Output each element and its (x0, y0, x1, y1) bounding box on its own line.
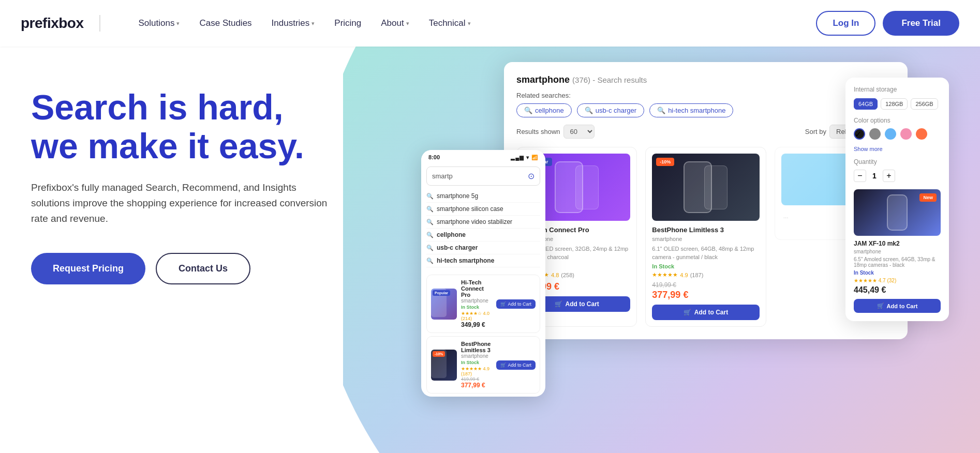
mobile-product-price: 349,99 € (461, 321, 492, 328)
filter-product-desc: 6.5" Amoled screen, 64GB, 33mp & 18mp ca… (854, 256, 941, 268)
show-more-link[interactable]: Show more (854, 146, 941, 152)
quantity-control: − 1 + (854, 170, 941, 182)
mobile-mockup-card: 8:00 ▂▄▆ ▾ 📶 smartp ⊙ 🔍 smartphone 5g 🔍 … (421, 150, 545, 397)
mobile-suggestion-item[interactable]: 🔍 smartphone silicon case (426, 203, 540, 216)
quantity-increase-button[interactable]: + (883, 170, 895, 182)
nav-item-technical[interactable]: Technical ▾ (422, 14, 478, 33)
add-to-cart-button[interactable]: 🛒 Add to Cart (652, 305, 759, 320)
filter-add-to-cart-button[interactable]: 🛒 Add to Cart (854, 299, 941, 313)
mobile-search-query: smartp (432, 172, 453, 180)
filter-product-image: New (854, 189, 941, 236)
sale-badge: -10% (433, 351, 445, 357)
mobile-product-info: BestPhone Limitless 3 smartphone In Stoc… (461, 341, 492, 389)
color-blue[interactable] (885, 128, 896, 140)
contact-us-button[interactable]: Contact Us (156, 253, 250, 284)
mobile-suggestion-item[interactable]: 🔍 usb-c charger (426, 241, 540, 254)
search-icon: 🔍 (524, 107, 532, 114)
brand-logo[interactable]: prefixbox (21, 15, 100, 32)
quantity-decrease-button[interactable]: − (854, 170, 866, 182)
filter-product-stock: In Stock (854, 270, 941, 276)
product-stock: In Stock (652, 263, 759, 269)
mobile-product-image: -10% (431, 350, 457, 381)
mobile-product-sub: smartphone (461, 353, 492, 359)
product-price: 377,99 € (652, 290, 759, 300)
mobile-status-bar: 8:00 ▂▄▆ ▾ 📶 (421, 150, 545, 162)
mobile-add-to-cart-button[interactable]: 🛒 Add to Cart (496, 360, 536, 370)
hero-ctas: Request Pricing Contact Us (31, 253, 367, 284)
search-icon: 🔍 (657, 107, 665, 114)
chevron-down-icon: ▾ (311, 20, 315, 27)
product-old-price: 419,99 € (652, 281, 759, 289)
quantity-value: 1 (872, 172, 877, 180)
hero-section: Search is hard, we make it easy. Prefixb… (0, 47, 980, 453)
mobile-suggestion-item[interactable]: 🔍 hi-tech smartphone (426, 254, 540, 267)
product-filter-panel: Internal storage 64GB 128GB 256GB Color … (845, 78, 949, 321)
search-icon: 🔍 (426, 258, 434, 264)
mobile-add-to-cart-button[interactable]: 🛒 Add to Cart (496, 299, 536, 309)
related-chip[interactable]: 🔍 hi-tech smartphone (649, 103, 733, 117)
color-pink[interactable] (900, 128, 912, 140)
color-gray[interactable] (869, 128, 881, 140)
search-icon: 🔍 (426, 219, 434, 225)
filter-product-name: JAM XF-10 mk2 (854, 240, 941, 247)
results-count-select[interactable]: 60 30 120 (563, 125, 595, 139)
chevron-down-icon: ▾ (176, 20, 180, 27)
results-controls: Results shown 60 30 120 Sort by Relevanc… (516, 125, 895, 139)
mobile-product-info: Hi-Tech Connect Pro smartphone In Stock … (461, 279, 492, 328)
stars-icon: ★★★★★ 4.7 (32) (854, 278, 896, 283)
color-dots: ✓ (854, 128, 941, 140)
popular-badge: Popular (433, 290, 450, 296)
nav-item-solutions[interactable]: Solutions ▾ (131, 14, 187, 33)
related-chip[interactable]: 🔍 cellphone (516, 103, 572, 117)
mobile-time: 8:00 (428, 154, 440, 160)
free-trial-button[interactable]: Free Trial (883, 11, 959, 36)
nav-item-about[interactable]: About ▾ (374, 14, 416, 33)
related-searches: Related searches: 🔍 cellphone 🔍 usb-c ch… (516, 92, 895, 117)
related-chip[interactable]: 🔍 usb-c charger (577, 103, 644, 117)
mobile-suggestion-item[interactable]: 🔍 smartphone 5g (426, 190, 540, 203)
search-icon: 🔍 (426, 206, 434, 213)
hero-headline: Search is hard, we make it easy. (31, 88, 367, 165)
sale-badge: -10% (656, 158, 674, 166)
nav-buttons: Log In Free Trial (816, 11, 959, 36)
nav-item-industries[interactable]: Industries ▾ (264, 14, 322, 33)
search-results-title: smartphone (376) - Search results (516, 74, 647, 85)
chevron-down-icon: ▾ (468, 20, 471, 27)
mobile-product-sub: smartphone (461, 298, 492, 304)
mobile-search-icon: ⊙ (528, 171, 534, 181)
navbar: prefixbox Solutions ▾ Case Studies Indus… (0, 0, 980, 47)
related-chips: 🔍 cellphone 🔍 usb-c charger 🔍 hi-tech sm… (516, 103, 895, 117)
storage-chip-64gb[interactable]: 64GB (854, 98, 878, 110)
storage-chips: 64GB 128GB 256GB (854, 98, 941, 110)
login-button[interactable]: Log In (816, 11, 875, 36)
nav-item-pricing[interactable]: Pricing (327, 14, 368, 33)
product-sub: smartphone (652, 235, 759, 243)
hero-text: Search is hard, we make it easy. Prefixb… (31, 88, 367, 284)
color-black[interactable]: ✓ (854, 128, 865, 140)
mobile-product-rating: ★★★★★ 4.9 (187) (461, 366, 492, 376)
cart-icon: 🛒 (684, 309, 691, 316)
cart-icon: 🛒 (500, 301, 506, 307)
new-badge: New (919, 193, 937, 202)
mockup-area: 8:00 ▂▄▆ ▾ 📶 smartp ⊙ 🔍 smartphone 5g 🔍 … (406, 62, 949, 445)
mobile-signal-icon: ▂▄▆ ▾ 📶 (511, 155, 538, 160)
search-icon: 🔍 (426, 193, 434, 200)
mobile-search-bar[interactable]: smartp ⊙ (426, 167, 540, 186)
mobile-product-card: Popular Hi-Tech Connect Pro smartphone I… (426, 275, 540, 333)
mobile-suggestion-item[interactable]: 🔍 cellphone (426, 229, 540, 241)
mobile-suggestions: 🔍 smartphone 5g 🔍 smartphone silicon cas… (421, 190, 545, 271)
request-pricing-button[interactable]: Request Pricing (31, 253, 145, 284)
chevron-down-icon: ▾ (406, 20, 409, 27)
storage-chip-256gb[interactable]: 256GB (911, 98, 938, 110)
quantity-label: Quantity (854, 158, 941, 165)
mobile-product-stock: In Stock (461, 305, 492, 310)
nav-item-case-studies[interactable]: Case Studies (192, 14, 259, 33)
mobile-product-stock: In Stock (461, 360, 492, 365)
storage-chip-128gb[interactable]: 128GB (881, 98, 908, 110)
color-orange[interactable] (916, 128, 927, 140)
mobile-product-old-price: 419,99 € (461, 376, 492, 382)
mobile-suggestion-item[interactable]: 🔍 smartphone video stabilizer (426, 216, 540, 229)
mobile-product-card: -10% BestPhone Limitless 3 smartphone In… (426, 336, 540, 394)
results-shown: Results shown 60 30 120 (516, 125, 595, 139)
search-icon: 🔍 (426, 232, 434, 238)
